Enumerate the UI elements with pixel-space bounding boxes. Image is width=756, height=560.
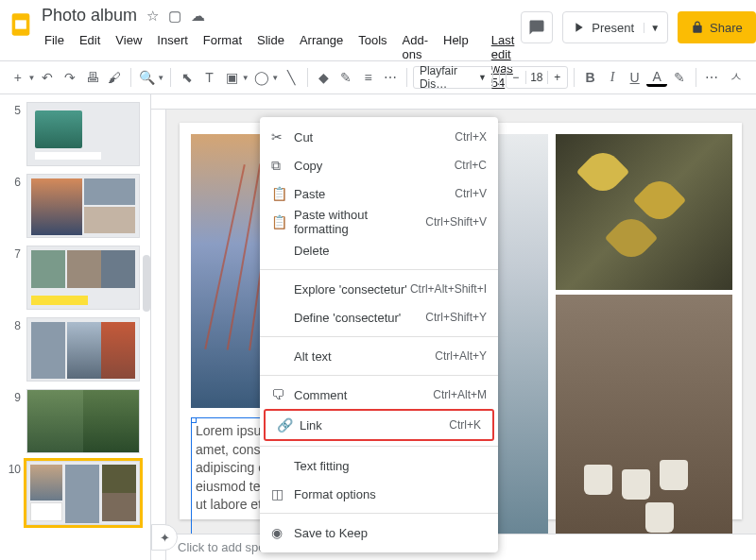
scrollbar[interactable] — [143, 255, 150, 312]
keep-icon: ◉ — [271, 525, 294, 540]
slide-thumb-8[interactable]: 8 — [0, 314, 150, 385]
slide-thumb-9[interactable]: 9 — [0, 385, 150, 457]
font-size-increase[interactable]: + — [548, 71, 567, 84]
cm-save-keep[interactable]: ◉ Save to Keep — [260, 518, 498, 547]
line-tool[interactable]: ╲ — [281, 65, 301, 90]
fill-color-button[interactable]: ◆ — [314, 65, 335, 90]
slide-image-bottom-right[interactable] — [556, 295, 732, 560]
context-menu: ✂ Cut Ctrl+X ⧉ Copy Ctrl+C 📋 Paste Ctrl+… — [260, 117, 498, 552]
border-weight-button[interactable]: ≡ — [358, 65, 379, 90]
cut-icon: ✂ — [271, 129, 294, 144]
svg-rect-1 — [15, 20, 26, 28]
font-size-value[interactable]: 18 — [525, 71, 548, 84]
link-icon: 🔗 — [277, 417, 300, 433]
border-color-button[interactable]: ✎ — [335, 65, 356, 90]
share-label: Share — [710, 21, 743, 35]
filmstrip: 5 6 7 8 9 10 — [0, 94, 151, 560]
copy-icon: ⧉ — [271, 158, 294, 174]
cm-paste[interactable]: 📋 Paste Ctrl+V — [260, 179, 498, 208]
image-tool[interactable]: ▣ — [221, 65, 242, 90]
ruler-vertical — [151, 110, 166, 560]
explore-button[interactable]: ✦ — [151, 524, 178, 551]
cm-copy[interactable]: ⧉ Copy Ctrl+C — [260, 151, 498, 179]
hide-menus-button[interactable]: ㅅ — [724, 65, 748, 90]
paste-plain-icon: 📋 — [271, 214, 294, 229]
italic-button[interactable]: I — [602, 65, 623, 90]
more-button[interactable]: ⋯ — [701, 65, 722, 90]
undo-button[interactable]: ↶ — [38, 65, 59, 90]
comment-icon: 🗨 — [271, 387, 294, 402]
cm-delete[interactable]: Delete — [260, 236, 498, 264]
font-size-decrease[interactable]: − — [507, 71, 525, 84]
header: Photo album ☆ ▢ ☁ File Edit View Insert … — [0, 0, 756, 60]
paint-format-button[interactable]: 🖌 — [104, 65, 125, 90]
present-label: Present — [592, 21, 634, 35]
select-tool[interactable]: ⬉ — [177, 65, 198, 90]
shape-tool[interactable]: ◯ — [251, 65, 272, 90]
textbox-tool[interactable]: T — [199, 65, 220, 90]
doc-title[interactable]: Photo album — [42, 6, 137, 25]
star-icon[interactable]: ☆ — [146, 8, 159, 25]
cm-comment[interactable]: 🗨 Comment Ctrl+Alt+M — [260, 381, 498, 409]
font-select[interactable]: Playfair Dis… ▼ — [413, 66, 493, 89]
ruler-horizontal — [151, 94, 756, 110]
zoom-button[interactable]: 🔍 — [137, 65, 158, 90]
cm-alt-text[interactable]: Alt text Ctrl+Alt+Y — [260, 342, 498, 370]
present-caret-icon[interactable]: ▼ — [644, 23, 660, 33]
new-slide-button[interactable]: + — [8, 65, 28, 90]
font-size-control: − 18 + — [506, 66, 568, 89]
cm-format-options[interactable]: ◫ Format options — [260, 480, 498, 508]
format-icon: ◫ — [271, 486, 294, 501]
cm-text-fitting[interactable]: Text fitting — [260, 451, 498, 480]
move-icon[interactable]: ▢ — [168, 8, 181, 25]
cm-link[interactable]: 🔗 Link Ctrl+K — [266, 411, 492, 439]
slide-thumb-5[interactable]: 5 — [0, 98, 150, 170]
cm-paste-plain[interactable]: 📋 Paste without formatting Ctrl+Shift+V — [260, 208, 498, 236]
bold-button[interactable]: B — [580, 65, 601, 90]
slide-thumb-6[interactable]: 6 — [0, 170, 150, 242]
cm-cut[interactable]: ✂ Cut Ctrl+X — [260, 123, 498, 151]
text-color-button[interactable]: A — [646, 68, 667, 87]
underline-button[interactable]: U — [625, 65, 645, 90]
comments-button[interactable] — [521, 11, 553, 43]
paste-icon: 📋 — [271, 186, 294, 201]
cloud-icon[interactable]: ☁ — [191, 8, 205, 25]
font-name: Playfair Dis… — [420, 64, 474, 91]
cm-define[interactable]: Define 'consectetur' Ctrl+Shift+Y — [260, 303, 498, 331]
redo-button[interactable]: ↷ — [60, 65, 80, 90]
slide-thumb-10[interactable]: 10 — [0, 457, 150, 529]
highlight-button[interactable]: ✎ — [669, 65, 690, 90]
slides-logo[interactable] — [8, 6, 34, 43]
present-button[interactable]: Present ▼ — [562, 11, 668, 43]
slide-thumb-7[interactable]: 7 — [0, 242, 150, 314]
border-dash-button[interactable]: ⋯ — [380, 65, 401, 90]
share-button[interactable]: Share — [678, 11, 756, 43]
slide-image-top-right[interactable] — [556, 134, 732, 290]
cm-explore[interactable]: Explore 'consectetur' Ctrl+Alt+Shift+I — [260, 275, 498, 303]
print-button[interactable]: 🖶 — [82, 65, 103, 90]
